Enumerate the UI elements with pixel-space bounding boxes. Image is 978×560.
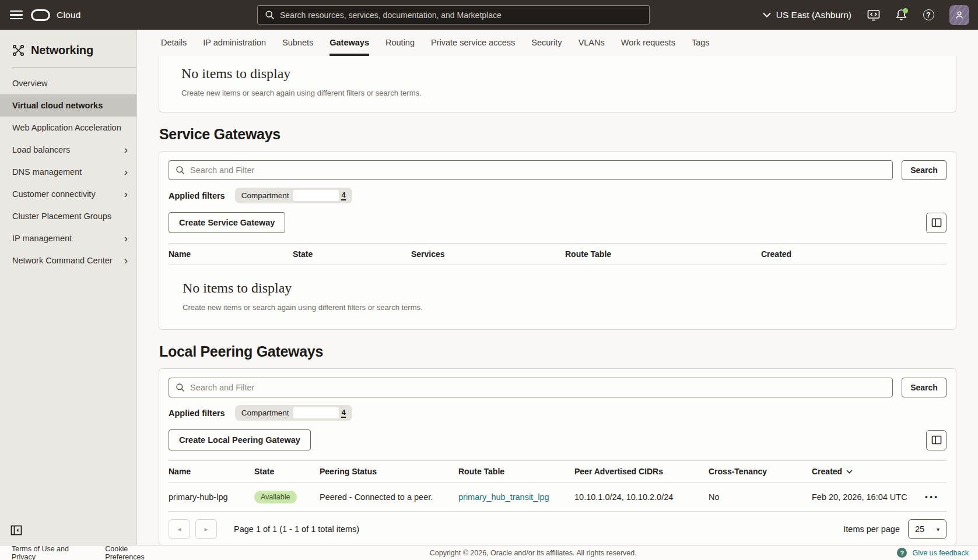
sg-search-input[interactable] (190, 165, 886, 175)
next-page-icon: ▸ (204, 525, 208, 533)
column-header-name: Name (169, 249, 293, 259)
tab-details[interactable]: Details (161, 30, 187, 56)
notifications-button[interactable] (895, 9, 907, 22)
sidebar-item-label: Network Command Center (12, 256, 124, 265)
lpg-table-columns-button[interactable] (926, 430, 947, 450)
pagination-summary: Page 1 of 1 (1 - 1 of 1 total items) (234, 524, 359, 534)
column-header-name: Name (169, 467, 254, 476)
sidebar-item-virtual-cloud-networks[interactable]: Virtual cloud networks (0, 94, 136, 117)
cookie-preferences-link[interactable]: Cookie Preferences (105, 545, 169, 560)
table-columns-icon (931, 435, 942, 445)
sg-compartment-filter-chip[interactable]: Compartment 4 (235, 188, 352, 203)
create-local-peering-gateway-button[interactable]: Create Local Peering Gateway (169, 429, 311, 450)
chevron-right-icon: › (124, 233, 128, 244)
cloud-shell-button[interactable] (867, 9, 880, 22)
service-gateways-heading: Service Gateways (159, 126, 956, 143)
tab-private-service-access[interactable]: Private service access (431, 30, 515, 56)
sidebar: Networking Overview Virtual cloud networ… (0, 30, 137, 545)
terms-of-use-link[interactable]: Terms of Use and Privacy (12, 545, 94, 560)
sidebar-item-ip-management[interactable]: IP management› (0, 227, 136, 249)
networking-icon (12, 44, 24, 57)
give-us-feedback-link[interactable]: Give us feedback (912, 549, 969, 557)
sidebar-title: Networking (31, 44, 93, 57)
cell-peering-status: Peered - Connected to a peer. (320, 492, 458, 502)
previous-table-empty-state: No items to display Create new items or … (159, 56, 956, 112)
pagination: ◂ ▸ Page 1 of 1 (1 - 1 of 1 total items)… (169, 512, 947, 545)
cell-name: primary-hub-lpg (169, 492, 254, 502)
sidebar-item-dns-management[interactable]: DNS management› (0, 161, 136, 183)
sidebar-item-load-balancers[interactable]: Load balancers› (0, 139, 136, 161)
filter-chip-label: Compartment (241, 408, 289, 417)
column-header-route-table: Route Table (565, 249, 761, 259)
sidebar-item-cluster-placement-groups[interactable]: Cluster Placement Groups (0, 205, 136, 227)
lpg-table-header: Name State Peering Status Route Table Pe… (169, 460, 947, 482)
tab-ip-administration[interactable]: IP administration (203, 30, 266, 56)
cell-peer-advertised-cidrs: 10.10.1.0/24, 10.10.2.0/24 (574, 492, 709, 502)
search-icon (176, 165, 185, 175)
applied-filters-label: Applied filters (169, 408, 225, 418)
column-header-created-sortable[interactable]: Created (812, 467, 916, 476)
next-page-button[interactable]: ▸ (195, 519, 217, 539)
sort-chevron-down-icon (846, 470, 853, 474)
user-menu-button[interactable] (949, 5, 969, 25)
row-actions-button[interactable]: ··· (916, 491, 947, 503)
lpg-compartment-filter-chip[interactable]: Compartment 4 (235, 405, 352, 421)
help-button[interactable]: ? (922, 9, 935, 22)
applied-filters-label: Applied filters (169, 191, 225, 200)
sg-search-button[interactable]: Search (902, 160, 947, 180)
region-label: US East (Ashburn) (776, 10, 851, 20)
column-header-services: Services (411, 249, 565, 259)
items-per-page-label: Items per page (843, 524, 900, 534)
search-icon (265, 10, 275, 20)
sidebar-item-network-command-center[interactable]: Network Command Center› (0, 249, 136, 272)
user-icon (955, 10, 964, 20)
empty-state-title: No items to display (183, 280, 947, 296)
sidebar-item-web-application-acceleration[interactable]: Web Application Acceleration (0, 117, 136, 139)
collapse-sidebar-button[interactable] (9, 523, 23, 537)
tab-gateways[interactable]: Gateways (329, 30, 369, 56)
items-per-page-value: 25 (915, 524, 924, 534)
tab-work-requests[interactable]: Work requests (621, 30, 675, 56)
items-per-page-select[interactable]: 25 ▾ (908, 519, 947, 539)
sidebar-item-label: Cluster Placement Groups (12, 212, 128, 221)
chevron-right-icon: › (124, 255, 128, 266)
previous-page-button[interactable]: ◂ (169, 519, 190, 539)
lpg-search-button[interactable]: Search (902, 378, 947, 397)
chevron-right-icon: › (124, 188, 128, 199)
sidebar-nav: Overview Virtual cloud networks Web Appl… (0, 72, 136, 272)
sidebar-item-overview[interactable]: Overview (0, 72, 136, 94)
service-gateways-card: Search Applied filters Compartment 4 Cre… (159, 151, 956, 330)
column-header-created-label: Created (812, 467, 842, 476)
previous-page-icon: ◂ (177, 525, 181, 533)
tab-bar: Details IP administration Subnets Gatewa… (159, 30, 956, 56)
collapse-panel-icon (10, 525, 22, 536)
sidebar-item-label: Customer connectivity (12, 189, 124, 199)
chevron-right-icon: › (124, 144, 128, 155)
sg-table-columns-button[interactable] (926, 213, 947, 233)
tab-vlans[interactable]: VLANs (579, 30, 605, 56)
sidebar-item-label: Web Application Acceleration (12, 123, 128, 132)
lpg-search-input[interactable] (190, 383, 886, 392)
cell-created: Feb 20, 2026, 16:04 UTC (812, 492, 916, 502)
column-header-peering-status: Peering Status (320, 467, 458, 476)
tab-security[interactable]: Security (531, 30, 562, 56)
tab-subnets[interactable]: Subnets (282, 30, 313, 56)
sg-search-box (169, 160, 893, 180)
tab-tags[interactable]: Tags (692, 30, 710, 56)
global-search-input[interactable] (280, 10, 642, 20)
menu-button[interactable] (10, 10, 23, 20)
sidebar-item-label: IP management (12, 234, 124, 243)
global-search[interactable] (257, 5, 650, 24)
sidebar-item-customer-connectivity[interactable]: Customer connectivity› (0, 183, 136, 205)
brand-name: Cloud (57, 10, 81, 20)
tab-routing[interactable]: Routing (385, 30, 415, 56)
create-service-gateway-button[interactable]: Create Service Gateway (169, 212, 285, 233)
route-table-link[interactable]: primary_hub_transit_lpg (458, 492, 549, 502)
region-selector[interactable]: US East (Ashburn) (763, 10, 851, 20)
empty-state-subtitle: Create new items or search again using d… (183, 303, 947, 312)
sg-table-header: Name State Services Route Table Created (169, 243, 947, 265)
cell-route-table: primary_hub_transit_lpg (458, 492, 574, 502)
column-header-peer-advertised-cidrs: Peer Advertised CIDRs (574, 467, 709, 476)
oracle-cloud-logo[interactable]: Cloud (31, 9, 81, 21)
cell-state: Available (254, 491, 320, 503)
